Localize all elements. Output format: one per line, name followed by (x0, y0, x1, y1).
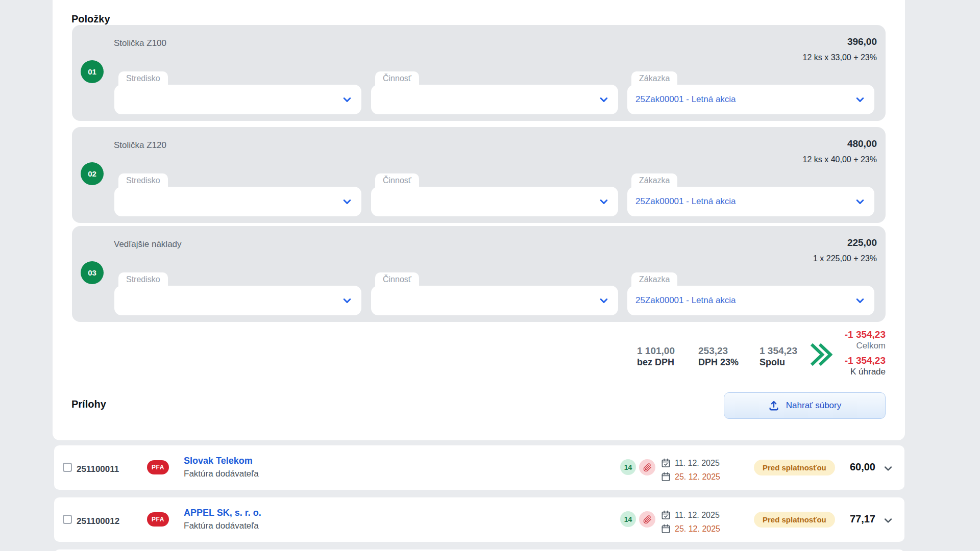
item-qty-price-detail: 1 x 225,00 + 23% (813, 254, 877, 263)
attachments-section-title: Prílohy (71, 398, 106, 410)
cinnost-field: Činnosť (371, 71, 618, 114)
document-type-label: Faktúra dodávateľa (184, 521, 259, 531)
expand-chevron-icon[interactable] (883, 515, 893, 525)
stredisko-select[interactable] (114, 286, 361, 315)
upload-button-label: Nahrať súbory (786, 400, 841, 411)
chevron-down-icon[interactable] (342, 295, 352, 306)
total-kuhrade-label: K úhrade (796, 366, 886, 377)
stredisko-field: Stredisko (114, 173, 361, 216)
days-badge: 14 (620, 511, 636, 527)
item-qty-price-detail: 12 ks x 33,00 + 23% (803, 53, 877, 62)
doc-type-badge: PFA (147, 512, 169, 527)
total-net-value: 1 101,00 (637, 345, 675, 357)
item-card: 03 Vedľajšie náklady 225,00 1 x 225,00 +… (72, 226, 886, 322)
cinnost-select[interactable] (371, 187, 618, 216)
chevron-down-icon[interactable] (855, 94, 865, 105)
total-gross: 1 354,23 Spolu (760, 345, 797, 368)
chevron-down-icon[interactable] (599, 94, 609, 105)
chevron-down-icon[interactable] (855, 196, 865, 207)
item-card: 01 Stolička Z100 396,00 12 ks x 33,00 + … (72, 25, 886, 121)
chevron-down-icon[interactable] (342, 196, 352, 207)
invoice-amount: 77,17 (850, 513, 875, 525)
upload-icon (768, 400, 779, 411)
due-date: 25. 12. 2025 (675, 524, 720, 534)
due-date: 25. 12. 2025 (675, 472, 720, 482)
cinnost-field: Činnosť (371, 173, 618, 216)
total-vat: 253,23 DPH 23% (698, 345, 739, 368)
item-number-badge: 01 (81, 60, 104, 83)
stredisko-select[interactable] (114, 85, 361, 114)
chevron-down-icon[interactable] (599, 196, 609, 207)
attachment-badge[interactable] (639, 459, 655, 475)
zakazka-field: Zákazka 25Zak00001 - Letná akcia (627, 272, 874, 315)
calendar-check-icon (661, 510, 671, 520)
invoice-amount: 60,00 (850, 461, 875, 473)
row-checkbox[interactable] (63, 515, 72, 524)
item-name: Vedľajšie náklady (114, 239, 182, 249)
calendar-icon (661, 524, 671, 534)
item-name: Stolička Z120 (114, 140, 166, 151)
total-net: 1 101,00 bez DPH (637, 345, 675, 368)
stredisko-select[interactable] (114, 187, 361, 216)
total-vat-label: DPH 23% (698, 357, 739, 368)
item-number-badge: 02 (81, 162, 104, 185)
total-celkom-label: Celkom (796, 340, 886, 351)
partner-link[interactable]: Slovak Telekom (184, 456, 253, 466)
paperclip-icon (643, 515, 652, 524)
total-kuhrade-value: -1 354,23 (796, 355, 886, 366)
page: Položky 01 Stolička Z100 396,00 12 ks x … (0, 0, 980, 551)
chevron-down-icon[interactable] (855, 295, 865, 306)
total-vat-value: 253,23 (698, 345, 739, 357)
zakazka-value: 25Zak00001 - Letná akcia (635, 286, 736, 315)
grand-totals: -1 354,23 Celkom -1 354,23 K úhrade (796, 329, 886, 377)
paperclip-icon (643, 463, 652, 472)
zakazka-value: 25Zak00001 - Letná akcia (635, 85, 736, 114)
total-celkom-value: -1 354,23 (796, 329, 886, 340)
days-badge: 14 (620, 459, 636, 475)
invoice-number: 251100011 (77, 464, 119, 474)
issue-date: 11. 12. 2025 (675, 459, 720, 468)
item-qty-price-detail: 12 ks x 40,00 + 23% (803, 155, 877, 164)
document-type-label: Faktúra dodávateľa (184, 469, 259, 479)
item-card: 02 Stolička Z120 480,00 12 ks x 40,00 + … (72, 127, 886, 223)
zakazka-select[interactable]: 25Zak00001 - Letná akcia (627, 85, 874, 114)
calendar-icon (661, 472, 671, 482)
invoice-row[interactable]: 251100012 PFA APPEL SK, s. r. o. Faktúra… (54, 497, 904, 542)
item-name: Stolička Z100 (114, 38, 166, 48)
zakazka-select[interactable]: 25Zak00001 - Letná akcia (627, 286, 874, 315)
row-checkbox[interactable] (63, 463, 72, 472)
item-total: 396,00 (847, 36, 877, 47)
issue-date: 11. 12. 2025 (675, 511, 720, 520)
total-gross-value: 1 354,23 (760, 345, 797, 357)
doc-type-badge: PFA (147, 460, 169, 474)
expand-chevron-icon[interactable] (883, 463, 893, 473)
calendar-check-icon (661, 458, 671, 468)
total-net-label: bez DPH (637, 357, 675, 368)
item-total: 225,00 (847, 237, 877, 248)
stredisko-field: Stredisko (114, 71, 361, 114)
items-section-title: Položky (71, 13, 110, 25)
stredisko-field: Stredisko (114, 272, 361, 315)
cinnost-select[interactable] (371, 286, 618, 315)
status-badge: Pred splatnosťou (754, 512, 835, 528)
total-gross-label: Spolu (760, 357, 797, 368)
item-number-badge: 03 (81, 261, 104, 284)
chevron-down-icon[interactable] (599, 295, 609, 306)
status-badge: Pred splatnosťou (754, 460, 835, 475)
zakazka-field: Zákazka 25Zak00001 - Letná akcia (627, 173, 874, 216)
cinnost-select[interactable] (371, 85, 618, 114)
attachment-badge[interactable] (639, 511, 655, 528)
invoice-row[interactable]: 251100011 PFA Slovak Telekom Faktúra dod… (54, 445, 904, 490)
zakazka-value: 25Zak00001 - Letná akcia (635, 187, 736, 216)
zakazka-field: Zákazka 25Zak00001 - Letná akcia (627, 71, 874, 114)
chevron-down-icon[interactable] (342, 94, 352, 105)
cinnost-field: Činnosť (371, 272, 618, 315)
item-total: 480,00 (847, 138, 877, 149)
zakazka-select[interactable]: 25Zak00001 - Letná akcia (627, 187, 874, 216)
invoice-number: 251100012 (77, 516, 119, 527)
upload-files-button[interactable]: Nahrať súbory (724, 392, 886, 419)
partner-link[interactable]: APPEL SK, s. r. o. (184, 508, 261, 518)
